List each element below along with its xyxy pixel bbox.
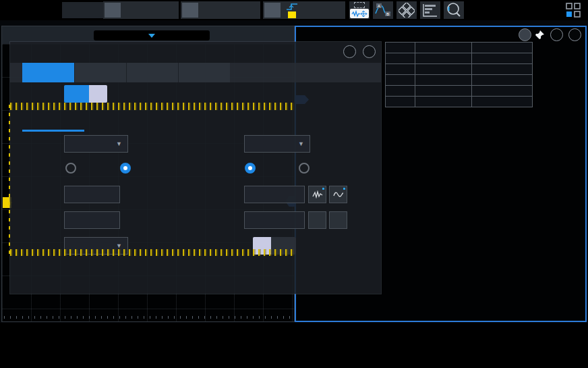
help-icon[interactable] — [550, 28, 563, 41]
c1-waveform-bottom-strip — [10, 249, 293, 256]
radio-range[interactable] — [120, 163, 131, 174]
trigger-letter — [264, 3, 281, 18]
toggle-knob — [89, 85, 107, 103]
fft-measure-table — [385, 42, 533, 107]
chevron-down-icon: ▼ — [116, 140, 122, 147]
xy-display-tool-button[interactable] — [396, 1, 417, 19]
subtab-trace[interactable] — [86, 113, 148, 132]
horizontal-settings-block[interactable] — [103, 1, 179, 19]
table-row — [386, 75, 533, 86]
toggle-on-text — [64, 85, 89, 103]
horizontal-letter — [105, 3, 121, 18]
search-icon — [446, 2, 462, 18]
xy-diamonds-icon — [399, 3, 415, 18]
table-row — [386, 53, 533, 64]
blue-dot — [322, 188, 324, 190]
c1-waveform-top-strip — [10, 103, 293, 110]
chevron-down-icon — [148, 34, 155, 38]
table-row — [386, 97, 533, 107]
top-status-bar: A B — [0, 0, 588, 20]
radio-bandwidth[interactable] — [65, 163, 76, 174]
dialog-help-icon[interactable] — [343, 45, 356, 58]
source-dropdown[interactable]: ▼ — [64, 135, 128, 153]
histogram-icon — [422, 3, 438, 18]
svg-text:A: A — [378, 4, 380, 8]
tab-fft1[interactable] — [22, 63, 74, 82]
search-tool-button[interactable] — [444, 1, 464, 19]
bottom-channel-bar — [0, 323, 588, 368]
operation-toggle[interactable] — [64, 85, 107, 103]
trigger-slope-icon — [286, 3, 298, 11]
waveform-move-icon — [350, 9, 369, 18]
bottom-scale-ticks — [4, 316, 292, 319]
tab-fft4[interactable] — [178, 63, 230, 82]
vpos-field[interactable] — [244, 211, 305, 229]
close-window-icon[interactable] — [568, 28, 581, 41]
window-layout-button[interactable] — [564, 1, 583, 19]
trigger-source-badge — [288, 11, 296, 18]
vpos-down-button[interactable] — [329, 211, 347, 229]
waveform-select-tool-button[interactable] — [349, 1, 370, 19]
fft-measure-popup[interactable] — [385, 27, 533, 107]
math-fft-dialog[interactable]: ▼ ▼ ▼ — [10, 42, 381, 294]
vpos-up-button[interactable] — [308, 211, 326, 229]
window-grid-icon — [565, 2, 581, 18]
vscale-field[interactable] — [244, 186, 305, 203]
col-freq — [415, 43, 472, 53]
radio-vrms[interactable] — [299, 163, 310, 174]
acquire-settings-block[interactable] — [181, 1, 260, 19]
fine-adjust-button[interactable] — [308, 186, 326, 203]
chevron-down-icon: ▼ — [116, 242, 122, 249]
trigger-settings-block[interactable] — [263, 1, 345, 19]
radio-db[interactable] — [245, 163, 256, 174]
close-popup-icon[interactable] — [519, 28, 531, 41]
tab-fft2[interactable] — [74, 63, 126, 82]
selection-rect-icon — [354, 2, 365, 8]
chevron-down-icon: ▼ — [298, 140, 304, 147]
cursor-ab-icon: A B — [374, 3, 392, 18]
svg-text:B: B — [386, 12, 389, 16]
col-dbv — [472, 43, 533, 53]
fft-tab-strip — [10, 63, 381, 82]
blue-dot — [343, 188, 345, 190]
subtab-general[interactable] — [22, 113, 84, 132]
acquire-letter — [182, 3, 198, 18]
dialog-close-icon[interactable] — [363, 45, 376, 58]
table-row — [386, 86, 533, 97]
histogram-tool-button[interactable] — [420, 1, 440, 19]
pin-icon[interactable] — [534, 30, 545, 41]
window-source-dropdown[interactable] — [94, 30, 210, 41]
fft-popup-header — [385, 27, 533, 42]
end-freq-field[interactable] — [64, 211, 120, 229]
tab-fft3[interactable] — [126, 63, 178, 82]
cursor-measure-tool-button[interactable]: A B — [373, 1, 393, 19]
table-header-row — [386, 43, 533, 53]
points-dropdown[interactable]: ▼ — [244, 135, 310, 153]
trigger-status-badge — [62, 2, 104, 18]
col-no — [386, 43, 415, 53]
coarse-adjust-button[interactable] — [329, 186, 347, 203]
table-row — [386, 64, 533, 75]
c1-waveform-edge — [9, 105, 10, 255]
start-freq-field[interactable] — [64, 186, 120, 203]
